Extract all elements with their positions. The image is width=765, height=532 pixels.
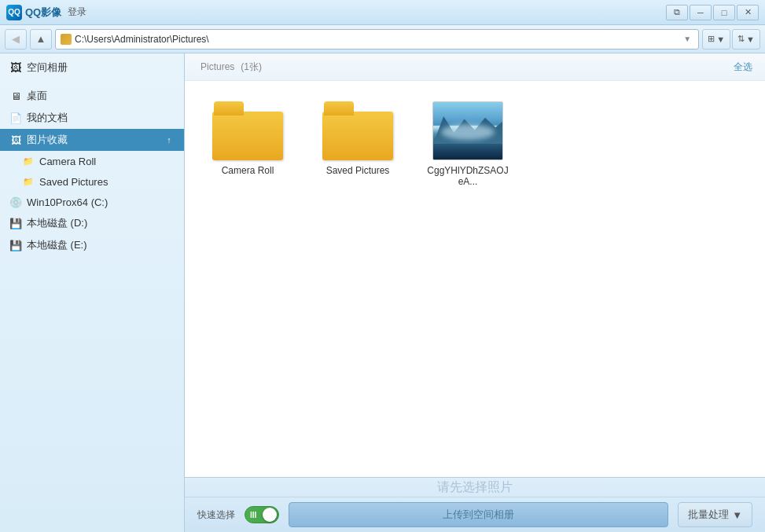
content-title: Pictures (1张) [197,60,262,74]
bottom-bar: 请先选择照片 快速选择 III 上传到空间相册 批量处理 ▼ [185,477,765,532]
mountain-image [433,102,502,160]
sidebar-section-album: 🖼 空间相册 [0,53,184,82]
content-title-text: Pictures [200,61,234,72]
drive-c-icon: 💿 [9,196,22,208]
content-grid: Camera Roll Saved Pictures CggYHlYDhZSAO… [185,81,765,477]
select-all-button[interactable]: 全选 [734,61,752,74]
login-button[interactable]: 登录 [68,6,86,19]
restore-button[interactable]: ⧉ [666,5,688,20]
sidebar-item-desktop[interactable]: 🖥 桌面 [0,85,184,107]
sort-dropdown: ▼ [746,35,755,44]
pictures-icon: 🖼 [9,134,22,146]
drive-e-label: 本地磁盘 (E:) [27,238,87,252]
app-name: QQ影像 [25,6,61,20]
sidebar-item-album[interactable]: 🖼 空间相册 [0,57,184,79]
quick-select-toggle[interactable]: III [245,506,279,523]
camera-roll-icon: 📁 [22,155,35,167]
item-label: Camera Roll [222,165,274,176]
drive-e-icon: 💾 [9,239,22,251]
content-area: Pictures (1张) 全选 Camera Roll Saved Pictu… [185,53,765,532]
mydocs-label: 我的文档 [27,111,68,125]
maximize-button[interactable]: □ [713,5,735,20]
camera-roll-label: Camera Roll [39,156,96,167]
album-icon: 🖼 [9,61,22,74]
bottom-actions: 快速选择 III 上传到空间相册 批量处理 ▼ [185,497,765,532]
upload-button[interactable]: 上传到空间相册 [289,502,668,527]
sidebar-item-drive-c[interactable]: 💿 Win10Prox64 (C:) [0,192,184,212]
sidebar-item-camera-roll[interactable]: 📁 Camera Roll [0,151,184,171]
drive-c-label: Win10Prox64 (C:) [27,196,108,208]
toggle-mark: III [250,511,256,519]
photo-thumbnail [432,101,503,160]
item-label: Saved Pictures [326,165,390,176]
title-bar: QQ QQ影像 登录 ⧉ ─ □ ✕ [0,0,765,25]
address-input[interactable] [75,34,681,45]
folder-icon [322,101,393,160]
folder-icon [212,101,283,160]
up-button[interactable]: ▲ [30,29,52,50]
sidebar-section-local: 🖥 桌面 📄 我的文档 🖼 图片收藏 ↑ 📁 [0,82,184,259]
drive-d-icon: 💾 [9,217,22,229]
saved-pictures-icon: 📁 [22,175,35,188]
address-folder-icon [61,34,72,45]
batch-button[interactable]: 批量处理 ▼ [678,502,752,527]
app-logo: QQ QQ影像 [6,5,61,20]
grid-view-dropdown: ▼ [716,35,725,44]
view-controls: ⊞ ▼ ⇅ ▼ [702,29,760,50]
sidebar-item-drive-d[interactable]: 💾 本地磁盘 (D:) [0,212,184,234]
content-count: (1张) [241,61,262,72]
qq-icon: QQ [6,5,22,20]
mydocs-icon: 📄 [9,112,22,124]
sidebar-item-drive-e[interactable]: 💾 本地磁盘 (E:) [0,234,184,256]
batch-button-label: 批量处理 [688,508,729,522]
address-dropdown-icon[interactable]: ▼ [681,30,693,49]
pictures-label: 图片收藏 [27,133,68,147]
saved-pictures-label: Saved Pictures [39,176,108,188]
list-item[interactable]: Camera Roll [200,97,295,192]
sort-icon: ⇅ [737,34,745,44]
upload-badge: ↑ [162,133,176,147]
grid-view-button[interactable]: ⊞ ▼ [702,29,730,50]
desktop-icon: 🖥 [9,90,22,102]
content-header: Pictures (1张) 全选 [185,53,765,81]
grid-view-icon: ⊞ [708,34,715,44]
sidebar: 🖼 空间相册 🖥 桌面 📄 我的文档 🖼 [0,53,185,532]
window-controls: ⧉ ─ □ ✕ [666,5,759,20]
back-button[interactable]: ◀ [5,29,27,50]
quick-select-label: 快速选择 [197,508,235,522]
list-item[interactable]: CggYHlYDhZSAOJeA... [421,97,515,192]
item-label: CggYHlYDhZSAOJeA... [425,165,510,187]
address-bar[interactable]: ▼ [55,29,699,50]
batch-dropdown-icon: ▼ [732,509,742,521]
list-item[interactable]: Saved Pictures [311,97,405,192]
album-label: 空间相册 [27,61,68,75]
drive-d-label: 本地磁盘 (D:) [27,216,87,230]
sidebar-item-mydocs[interactable]: 📄 我的文档 [0,107,184,129]
sidebar-item-pictures[interactable]: 🖼 图片收藏 ↑ [0,129,184,151]
minimize-button[interactable]: ─ [690,5,712,20]
toolbar: ◀ ▲ ▼ ⊞ ▼ ⇅ ▼ [0,25,765,53]
sidebar-item-saved-pictures[interactable]: 📁 Saved Pictures [0,171,184,192]
sort-button[interactable]: ⇅ ▼ [732,29,760,50]
main-layout: 🖼 空间相册 🖥 桌面 📄 我的文档 🖼 [0,53,765,532]
desktop-label: 桌面 [27,89,47,103]
close-button[interactable]: ✕ [737,5,759,20]
toggle-knob [263,508,277,522]
status-text: 请先选择照片 [185,478,765,497]
